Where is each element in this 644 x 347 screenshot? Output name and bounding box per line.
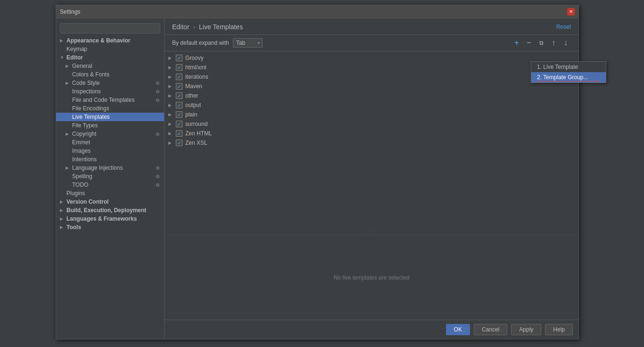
sidebar-item-file-encodings[interactable]: File Encodings (56, 104, 164, 113)
config-icon: ⚙ (156, 174, 162, 179)
group-checkbox[interactable] (176, 102, 182, 108)
item-label: Colors & Fonts (72, 71, 109, 78)
template-group-iterations[interactable]: ▶ iterations (165, 72, 578, 82)
config-icon: ⚙ (156, 165, 162, 171)
close-button[interactable]: ✕ (567, 8, 575, 16)
template-list: ▶ Groovy ▶ html/xml ▶ iterations ▶ Maven… (165, 51, 578, 229)
template-group-zen-html[interactable]: ▶ Zen HTML (165, 129, 578, 138)
template-group-html-xml[interactable]: ▶ html/xml (165, 63, 578, 72)
template-area: ▶ Groovy ▶ html/xml ▶ iterations ▶ Maven… (165, 51, 578, 229)
sidebar-item-inspections[interactable]: Inspections⚙ (56, 87, 164, 96)
sidebar-item-todo[interactable]: TODO⚙ (56, 181, 164, 189)
dialog-title: Settings (60, 8, 567, 15)
sidebar-item-appearance[interactable]: ▶Appearance & Behavior (56, 36, 164, 45)
section-label: Tools (66, 224, 81, 231)
breadcrumb-separator: › (193, 23, 195, 31)
arrow-icon: ▶ (60, 225, 66, 230)
group-checkbox[interactable] (176, 130, 182, 137)
group-checkbox[interactable] (176, 83, 182, 90)
item-label: Live Templates (72, 114, 110, 120)
add-button[interactable]: + (512, 38, 522, 48)
item-label: General (72, 63, 92, 69)
apply-button[interactable]: Apply (511, 324, 541, 335)
group-arrow-icon: ▶ (168, 112, 174, 117)
sidebar-item-version-control[interactable]: ▶Version Control (56, 198, 164, 206)
sidebar-item-language-injections[interactable]: ▶Language Injections⚙ (56, 164, 164, 172)
sidebar-item-spelling[interactable]: Spelling⚙ (56, 172, 164, 181)
arrow-icon: ▼ (60, 55, 66, 60)
template-group-maven[interactable]: ▶ Maven (165, 82, 578, 91)
item-label: Plugins (66, 190, 85, 197)
dialog-footer: OK Cancel Apply Help (165, 320, 578, 339)
dialog-body: ▶Appearance & BehaviorKeymap▼Editor▶Gene… (56, 18, 578, 339)
sidebar-item-keymap[interactable]: Keymap (56, 45, 164, 53)
group-arrow-icon: ▶ (168, 84, 174, 89)
move-down-button[interactable]: ↓ (561, 38, 571, 48)
group-checkbox[interactable] (176, 55, 182, 61)
template-group-other[interactable]: ▶ other (165, 91, 578, 100)
template-group-plain[interactable]: ▶ plain (165, 110, 578, 119)
reset-button[interactable]: Reset (556, 24, 571, 30)
group-arrow-icon: ▶ (168, 103, 174, 107)
help-button[interactable]: Help (545, 324, 573, 335)
drag-handle[interactable]: · · · · · · · (165, 229, 578, 235)
section-label: Version Control (66, 198, 108, 205)
sidebar-item-copyright[interactable]: ▶Copyright⚙ (56, 130, 164, 138)
sidebar-item-general[interactable]: ▶General (56, 62, 164, 70)
group-name: Maven (185, 83, 202, 90)
expand-select[interactable]: Tab Enter Space (233, 38, 263, 48)
popup-item-live-template[interactable]: 1. Live Template (531, 62, 606, 72)
sidebar-item-file-types[interactable]: File Types (56, 121, 164, 130)
sidebar-item-intentions[interactable]: Intentions (56, 155, 164, 164)
template-group-groovy[interactable]: ▶ Groovy (165, 53, 578, 63)
group-arrow-icon: ▶ (168, 131, 174, 136)
sidebar-item-code-style[interactable]: ▶Code Style⚙ (56, 79, 164, 87)
sidebar-item-build-execution[interactable]: ▶Build, Execution, Deployment (56, 206, 164, 215)
sidebar-item-languages-frameworks[interactable]: ▶Languages & Frameworks (56, 215, 164, 223)
item-label: Copyright (72, 131, 96, 137)
group-name: Zen HTML (185, 130, 212, 137)
ok-button[interactable]: OK (446, 324, 470, 335)
group-name: plain (185, 111, 197, 118)
item-label: Language Injections (72, 165, 123, 171)
sidebar-item-editor[interactable]: ▼Editor (56, 53, 164, 62)
group-checkbox[interactable] (176, 140, 182, 146)
sidebar-item-tools[interactable]: ▶Tools (56, 223, 164, 231)
group-checkbox[interactable] (176, 92, 182, 99)
group-name: output (185, 102, 201, 108)
remove-button[interactable]: − (524, 38, 534, 48)
group-checkbox[interactable] (176, 121, 182, 127)
popup-item-template-group[interactable]: 2. Template Group... (531, 72, 606, 83)
main-content: Editor › Live Templates Reset By default… (165, 18, 578, 339)
template-group-output[interactable]: ▶ output (165, 100, 578, 110)
section-label: Appearance & Behavior (66, 37, 130, 44)
item-label: Intentions (72, 156, 97, 163)
group-arrow-icon: ▶ (168, 93, 174, 98)
copy-button[interactable]: ⧉ (536, 38, 546, 48)
cancel-button[interactable]: Cancel (474, 324, 507, 335)
item-label: Keymap (66, 46, 87, 52)
item-label: Inspections (72, 88, 101, 95)
sidebar-item-file-code-templates[interactable]: File and Code Templates⚙ (56, 96, 164, 104)
sidebar-item-colors-fonts[interactable]: Colors & Fonts (56, 70, 164, 79)
sidebar-item-images[interactable]: Images (56, 147, 164, 155)
group-checkbox[interactable] (176, 64, 182, 71)
item-label: Spelling (72, 173, 92, 180)
arrow-icon: ▶ (60, 38, 66, 43)
expand-select-wrap: Tab Enter Space ▼ (233, 38, 263, 48)
template-group-zen-xsl[interactable]: ▶ Zen XSL (165, 138, 578, 148)
breadcrumb-current: Live Templates (199, 23, 243, 31)
search-input[interactable] (60, 23, 160, 33)
settings-dialog: Settings ✕ ▶Appearance & BehaviorKeymap▼… (56, 5, 579, 339)
group-checkbox[interactable] (176, 74, 182, 80)
config-icon: ⚙ (156, 81, 162, 86)
group-arrow-icon: ▶ (168, 65, 174, 70)
move-up-button[interactable]: ↑ (548, 38, 559, 48)
group-checkbox[interactable] (176, 111, 182, 118)
template-group-surround[interactable]: ▶ surround (165, 119, 578, 129)
sidebar-item-emmet[interactable]: Emmet (56, 138, 164, 147)
content-header: Editor › Live Templates Reset (165, 18, 578, 35)
sidebar-item-plugins[interactable]: Plugins (56, 189, 164, 198)
sidebar-item-live-templates[interactable]: Live Templates (56, 113, 164, 121)
expand-label: By default expand with (172, 40, 229, 46)
